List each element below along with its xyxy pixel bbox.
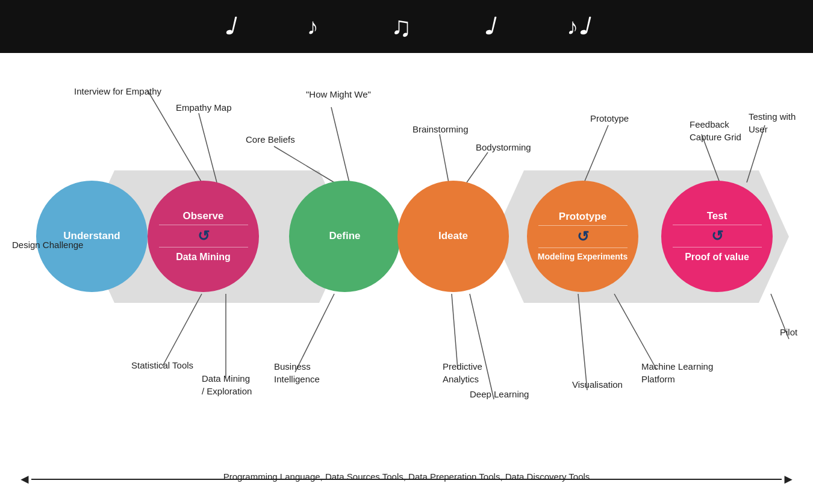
label-visualisation: Visualisation [572, 379, 623, 390]
bottom-line: Programming Language, Data Sources Tools… [31, 479, 782, 480]
arrow-left-icon: ◄ [18, 471, 31, 487]
circle-ideate: Ideate [397, 181, 509, 292]
label-deep-learning: Deep Learning [470, 389, 529, 399]
label-predictive-analytics: PredictiveAnalytics [443, 360, 482, 385]
test-label-bottom: Proof of value [685, 251, 749, 263]
bottom-label: Programming Language, Data Sources Tools… [223, 471, 590, 482]
label-data-mining-exploration: Data Mining/ Exploration [202, 372, 252, 397]
prototype-arrow-icon: ↺ [577, 228, 589, 245]
label-testing-with-user: Testing withUser [749, 110, 796, 135]
label-brainstorming: Brainstorming [413, 124, 469, 134]
prototype-label-top: Prototype [559, 211, 606, 223]
svg-line-4 [331, 107, 349, 182]
test-divider [673, 225, 762, 225]
label-bodystorming: Bodystorming [476, 142, 531, 152]
test-label-top: Test [707, 210, 727, 222]
observe-divider [159, 225, 248, 225]
circle-prototype: Prototype ↺ Modeling Experiments [527, 181, 638, 292]
top-bar-symbol-2: ♪ [307, 14, 319, 40]
circle-understand: Understand [36, 181, 148, 292]
observe-divider2 [159, 247, 248, 247]
svg-line-14 [452, 294, 458, 369]
observe-label-bottom: Data Mining [176, 251, 231, 263]
test-divider2 [673, 247, 762, 247]
svg-line-17 [614, 294, 656, 369]
top-bar: ♩ ♪ ♫ ♩ ♪♩ [0, 0, 813, 53]
bottom-bar: ◄ Programming Language, Data Sources Too… [18, 471, 795, 487]
svg-line-16 [578, 294, 587, 390]
circle-define: Define [289, 181, 400, 292]
test-arrow-icon: ↺ [711, 228, 723, 244]
label-machine-learning-platform: Machine LearningPlatform [641, 360, 713, 385]
prototype-divider [538, 225, 628, 226]
ideate-label: Ideate [438, 230, 468, 242]
top-bar-symbol-3: ♫ [391, 10, 412, 43]
observe-label-top: Observe [182, 210, 223, 222]
label-feedback-capture-grid: FeedbackCapture Grid [690, 118, 741, 143]
diagram-area: Understand Observe ↺ Data Mining Define … [0, 53, 813, 504]
svg-line-11 [163, 294, 202, 366]
circle-test: Test ↺ Proof of value [661, 181, 773, 292]
label-statistical-tools: Statistical Tools [131, 360, 193, 370]
svg-line-5 [440, 134, 449, 182]
define-label: Define [329, 230, 361, 242]
arrow-right-icon: ► [782, 471, 795, 487]
prototype-label-bottom: Modeling Experiments [538, 252, 628, 262]
prototype-divider2 [538, 247, 628, 248]
top-bar-symbol-1: ♩ [224, 13, 235, 40]
svg-line-6 [467, 152, 488, 182]
label-empathy-map: Empathy Map [176, 102, 232, 113]
label-business-intelligence: BusinessIntelligence [274, 360, 320, 385]
label-design-challenge: Design Challenge [12, 240, 83, 250]
label-interview-empathy: Interview for Empathy [74, 86, 161, 96]
top-bar-symbol-5: ♪♩ [567, 13, 589, 40]
label-how-might-we: "How Might We" [306, 89, 371, 99]
observe-arrow-icon: ↺ [198, 228, 210, 244]
circle-observe: Observe ↺ Data Mining [148, 181, 259, 292]
label-pilot: Pilot [780, 327, 797, 337]
label-core-beliefs: Core Beliefs [246, 134, 295, 145]
label-prototype: Prototype [590, 113, 629, 123]
top-bar-symbol-4: ♩ [484, 13, 494, 40]
